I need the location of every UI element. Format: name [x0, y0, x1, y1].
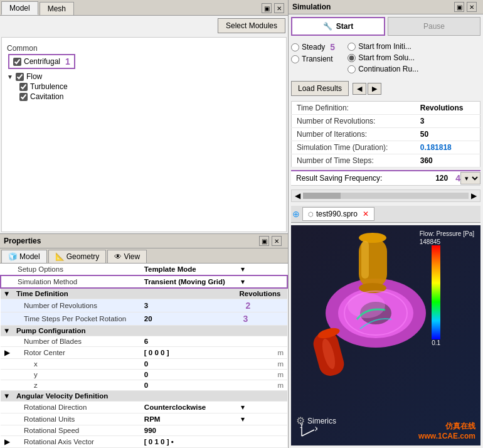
expand-rot-axis[interactable]: ▶ — [1, 436, 14, 448]
wrench-icon: 🔧 — [323, 22, 332, 31]
prop-name-y: y — [14, 370, 141, 380]
viz-tab[interactable]: ⬡ test990.spro ✕ — [302, 207, 374, 221]
prop-tab-geometry[interactable]: 📐 Geometry — [48, 250, 107, 263]
scroll-left-arrow[interactable]: ◀ — [292, 191, 303, 201]
horizontal-scrollbar[interactable]: ◀ ▶ — [291, 189, 480, 202]
prop-tab-view-icon: 👁 — [114, 252, 122, 261]
start-button[interactable]: 🔧 Start — [291, 17, 385, 36]
scroll-thumb[interactable] — [303, 193, 341, 199]
table-row: Number of Time Steps: 360 — [292, 154, 480, 168]
prop-name-rotor: Rotor Center — [14, 347, 141, 359]
start-from-sol-label: Start from Solu... — [358, 53, 415, 62]
start-from-initial-label: Start from Initi... — [358, 42, 411, 51]
svg-point-9 — [348, 293, 385, 318]
table-row-rot-units: Rotational Units RPM ▾ — [1, 413, 287, 425]
prop-value-z: 0 — [141, 380, 237, 391]
table-row: Time Definition: Revolutions — [292, 102, 480, 115]
table-row-y: y 0 m — [1, 370, 287, 380]
prop-unit-z: m — [237, 380, 287, 391]
cavitation-checkbox[interactable] — [19, 93, 28, 101]
viz-close-icon[interactable]: ✕ — [363, 210, 369, 218]
pause-button[interactable]: Pause — [388, 17, 480, 36]
steady-radio-row: Steady 5 — [291, 42, 335, 52]
table-row-num-blades: Number of Blades 6 — [1, 336, 287, 347]
result-freq-label: Result Saving Frequency: — [291, 171, 430, 185]
centrifugal-label: Centrifugal — [24, 57, 60, 66]
expand-col[interactable] — [1, 264, 14, 275]
simulation-title: Simulation — [292, 3, 454, 11]
expand-pump[interactable]: ▼ — [1, 326, 14, 336]
nav-forward-button[interactable]: ▶ — [368, 83, 381, 95]
continuation-run-radio[interactable] — [348, 65, 356, 73]
centrifugal-checkbox[interactable] — [13, 58, 21, 66]
scroll-right-arrow[interactable]: ▶ — [469, 191, 479, 201]
expand-col-sim[interactable] — [1, 275, 14, 288]
scroll-track[interactable] — [303, 193, 469, 199]
turbulence-checkbox[interactable] — [19, 83, 28, 91]
select-modules-button[interactable]: Select Modules — [218, 18, 285, 33]
pause-label: Pause — [423, 22, 445, 31]
flow-checkbox[interactable] — [16, 73, 24, 81]
steady-label: Steady — [302, 43, 325, 51]
properties-title: Properties — [4, 237, 259, 245]
table-row-pump-config: ▼ Pump Configuration — [1, 326, 287, 336]
table-row-angular-vel: ▼ Angular Velocity Definition — [1, 391, 287, 402]
time-def-value: Revolutions — [237, 288, 287, 299]
table-row: Number of Iterations: 50 — [292, 128, 480, 141]
properties-close-icon[interactable]: ✕ — [272, 236, 282, 246]
prop-name-rot-units: Rotational Units — [14, 413, 141, 425]
section-pump-config: Pump Configuration — [14, 326, 287, 336]
start-from-sol-radio[interactable] — [348, 54, 356, 62]
param-value-sim-time: 0.181818 — [415, 141, 480, 154]
properties-float-icon[interactable]: ▣ — [259, 236, 269, 246]
dropdown-rot-units[interactable]: ▾ — [237, 413, 287, 425]
add-viz-icon[interactable]: ⊕ — [292, 209, 300, 219]
prop-name-rot-dir: Rotational Direction — [14, 402, 141, 413]
tab-mesh[interactable]: Mesh — [40, 2, 74, 15]
prop-name-z: z — [14, 380, 141, 391]
section-time-def: Time Definition — [14, 288, 237, 299]
steady-radio[interactable] — [291, 43, 299, 51]
sim-float-icon[interactable]: ▣ — [454, 2, 464, 12]
sim-close-icon[interactable]: ✕ — [467, 2, 477, 12]
annotation-5: 5 — [330, 42, 335, 52]
start-from-initial-radio[interactable] — [348, 43, 356, 51]
sim-mode-right: Start from Initi... Start from Solu... C… — [348, 42, 418, 73]
viz-tab-label: test990.spro — [316, 210, 358, 218]
model-mesh-tab-bar: Model Mesh ▣ ✕ — [0, 0, 288, 16]
transient-radio[interactable] — [291, 55, 299, 63]
dropdown-setup[interactable]: ▾ — [237, 264, 287, 275]
load-results-button[interactable]: Load Results — [291, 81, 349, 96]
prop-value-rot-units: RPM — [141, 413, 237, 425]
annotation-1: 1 — [65, 56, 70, 67]
indent-time-steps — [1, 312, 14, 326]
prop-name-setup: Setup Options — [14, 264, 141, 275]
expand-angular[interactable]: ▼ — [1, 391, 14, 402]
table-row-z: z 0 m — [1, 380, 287, 391]
annotation-3: 3 — [243, 314, 248, 324]
expand-rotor[interactable]: ▶ — [1, 347, 14, 359]
prop-tab-view[interactable]: 👁 View — [107, 250, 147, 263]
prop-name-rot-speed: Rotational Speed — [14, 425, 141, 436]
dropdown-rot-dir[interactable]: ▾ — [237, 402, 287, 413]
flow-expand-arrow[interactable]: ▼ — [7, 73, 13, 80]
close-panel-icon[interactable]: ✕ — [274, 3, 284, 13]
tab-model[interactable]: Model — [1, 1, 38, 15]
prop-name-sim-method: Simulation Method — [14, 275, 141, 288]
result-freq-dropdown[interactable]: ▾ — [460, 172, 480, 184]
prop-tab-model[interactable]: 🧊 Model — [1, 250, 47, 263]
table-row-rot-speed: Rotational Speed 990 — [1, 425, 287, 436]
prop-name-num-rev: Number of Revolutions — [14, 299, 141, 312]
dropdown-sim-method[interactable]: ▾ — [237, 275, 287, 288]
watermark-line2: www.1CAE.com — [418, 432, 475, 440]
prop-value-time-steps: 20 — [141, 312, 237, 326]
simulation-content: 🔧 Start Pause Steady 5 Tra — [289, 14, 483, 448]
param-name-num-iter: Number of Iterations: — [292, 128, 415, 141]
annotation3-cell: 3 — [237, 312, 287, 326]
expand-time[interactable]: ▼ — [1, 288, 14, 299]
nav-back-button[interactable]: ◀ — [353, 83, 366, 95]
float-icon[interactable]: ▣ — [262, 3, 272, 13]
prop-tab-model-label: Model — [19, 252, 40, 261]
table-row-sim-method: Simulation Method Transient (Moving Grid… — [1, 275, 287, 288]
nav-arrows: ◀ ▶ — [353, 83, 381, 95]
